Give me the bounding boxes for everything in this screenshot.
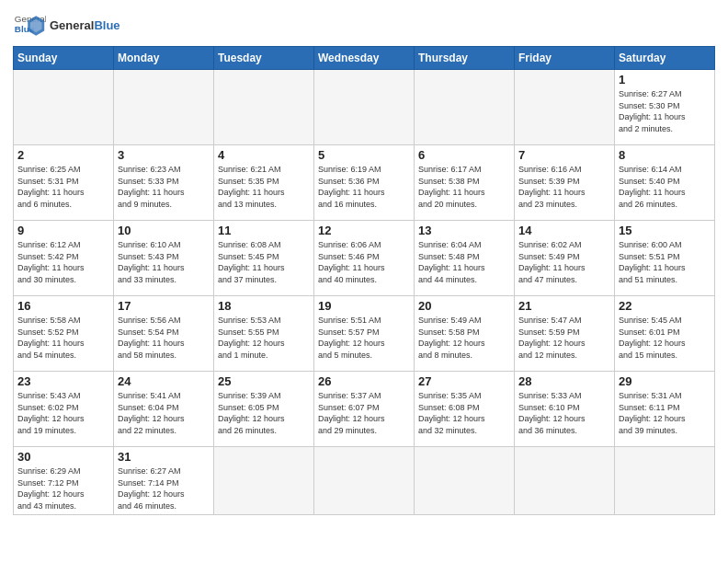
day-number: 8: [619, 148, 711, 162]
day-number: 13: [418, 224, 510, 237]
day-info: Sunrise: 5:51 AM Sunset: 5:57 PM Dayligh…: [318, 315, 410, 361]
calendar-cell: [415, 70, 515, 145]
calendar-cell: 11Sunrise: 6:08 AM Sunset: 5:45 PM Dayli…: [214, 221, 314, 296]
calendar-cell: 24Sunrise: 5:41 AM Sunset: 6:04 PM Dayli…: [114, 372, 214, 447]
day-info: Sunrise: 6:21 AM Sunset: 5:35 PM Dayligh…: [218, 164, 310, 210]
day-number: 25: [218, 374, 310, 388]
calendar-cell: 23Sunrise: 5:43 AM Sunset: 6:02 PM Dayli…: [14, 372, 114, 447]
day-number: 19: [318, 299, 410, 313]
weekday-header-row: Sunday Monday Tuesday Wednesday Thursday…: [14, 47, 715, 70]
day-info: Sunrise: 6:02 AM Sunset: 5:49 PM Dayligh…: [518, 239, 610, 285]
day-info: Sunrise: 6:27 AM Sunset: 7:14 PM Dayligh…: [118, 465, 210, 511]
header-friday: Friday: [515, 47, 615, 70]
calendar-cell: 25Sunrise: 5:39 AM Sunset: 6:05 PM Dayli…: [214, 372, 314, 447]
day-number: 16: [17, 299, 109, 313]
day-number: 10: [118, 224, 210, 237]
generalblue-logo-icon: General Blue: [13, 9, 46, 42]
day-number: 17: [118, 299, 210, 313]
day-info: Sunrise: 5:31 AM Sunset: 6:11 PM Dayligh…: [619, 390, 711, 436]
header-wednesday: Wednesday: [314, 47, 415, 70]
calendar-cell: [214, 70, 314, 145]
day-info: Sunrise: 5:33 AM Sunset: 6:10 PM Dayligh…: [518, 390, 610, 436]
day-number: 23: [17, 374, 109, 388]
calendar-cell: 7Sunrise: 6:16 AM Sunset: 5:39 PM Daylig…: [515, 145, 615, 221]
page: General Blue GeneralBlue Sunday Monday T…: [0, 0, 728, 563]
calendar-cell: 21Sunrise: 5:47 AM Sunset: 5:59 PM Dayli…: [515, 296, 615, 372]
day-number: 29: [619, 374, 711, 388]
calendar-cell: 6Sunrise: 6:17 AM Sunset: 5:38 PM Daylig…: [415, 145, 515, 221]
header-tuesday: Tuesday: [214, 47, 314, 70]
calendar-cell: 19Sunrise: 5:51 AM Sunset: 5:57 PM Dayli…: [314, 296, 415, 372]
calendar-cell: 30Sunrise: 6:29 AM Sunset: 7:12 PM Dayli…: [14, 447, 114, 515]
calendar-cell: 28Sunrise: 5:33 AM Sunset: 6:10 PM Dayli…: [515, 372, 615, 447]
day-info: Sunrise: 5:49 AM Sunset: 5:58 PM Dayligh…: [418, 315, 510, 361]
day-info: Sunrise: 6:00 AM Sunset: 5:51 PM Dayligh…: [619, 239, 711, 285]
calendar-cell: 14Sunrise: 6:02 AM Sunset: 5:49 PM Dayli…: [515, 221, 615, 296]
calendar-cell: [314, 447, 415, 515]
day-number: 5: [318, 148, 410, 162]
day-info: Sunrise: 5:35 AM Sunset: 6:08 PM Dayligh…: [418, 390, 510, 436]
day-info: Sunrise: 6:06 AM Sunset: 5:46 PM Dayligh…: [318, 239, 410, 285]
day-info: Sunrise: 6:08 AM Sunset: 5:45 PM Dayligh…: [218, 239, 310, 285]
header-thursday: Thursday: [415, 47, 515, 70]
day-number: 14: [518, 224, 610, 237]
calendar-cell: [415, 447, 515, 515]
day-info: Sunrise: 6:16 AM Sunset: 5:39 PM Dayligh…: [518, 164, 610, 210]
logo-general-text: GeneralBlue: [50, 18, 120, 33]
day-info: Sunrise: 5:43 AM Sunset: 6:02 PM Dayligh…: [17, 390, 109, 436]
day-info: Sunrise: 6:25 AM Sunset: 5:31 PM Dayligh…: [17, 164, 109, 210]
day-number: 11: [218, 224, 310, 237]
day-info: Sunrise: 5:47 AM Sunset: 5:59 PM Dayligh…: [518, 315, 610, 361]
calendar-cell: 5Sunrise: 6:19 AM Sunset: 5:36 PM Daylig…: [314, 145, 415, 221]
calendar-cell: [515, 70, 615, 145]
day-number: 2: [17, 148, 109, 162]
day-number: 12: [318, 224, 410, 237]
calendar-cell: 3Sunrise: 6:23 AM Sunset: 5:33 PM Daylig…: [114, 145, 214, 221]
day-info: Sunrise: 6:17 AM Sunset: 5:38 PM Dayligh…: [418, 164, 510, 210]
day-number: 26: [318, 374, 410, 388]
day-info: Sunrise: 6:14 AM Sunset: 5:40 PM Dayligh…: [619, 164, 711, 210]
calendar-cell: [14, 70, 114, 145]
day-info: Sunrise: 6:29 AM Sunset: 7:12 PM Dayligh…: [17, 465, 109, 511]
calendar-cell: 2Sunrise: 6:25 AM Sunset: 5:31 PM Daylig…: [14, 145, 114, 221]
calendar-cell: 17Sunrise: 5:56 AM Sunset: 5:54 PM Dayli…: [114, 296, 214, 372]
day-info: Sunrise: 6:12 AM Sunset: 5:42 PM Dayligh…: [17, 239, 109, 285]
day-info: Sunrise: 6:23 AM Sunset: 5:33 PM Dayligh…: [118, 164, 210, 210]
calendar-cell: 4Sunrise: 6:21 AM Sunset: 5:35 PM Daylig…: [214, 145, 314, 221]
calendar-cell: [314, 70, 415, 145]
calendar-cell: 26Sunrise: 5:37 AM Sunset: 6:07 PM Dayli…: [314, 372, 415, 447]
day-info: Sunrise: 6:04 AM Sunset: 5:48 PM Dayligh…: [418, 239, 510, 285]
day-info: Sunrise: 5:41 AM Sunset: 6:04 PM Dayligh…: [118, 390, 210, 436]
day-number: 15: [619, 224, 711, 237]
day-number: 9: [17, 224, 109, 237]
day-info: Sunrise: 5:45 AM Sunset: 6:01 PM Dayligh…: [619, 315, 711, 361]
calendar-cell: 18Sunrise: 5:53 AM Sunset: 5:55 PM Dayli…: [214, 296, 314, 372]
calendar-cell: 22Sunrise: 5:45 AM Sunset: 6:01 PM Dayli…: [615, 296, 715, 372]
day-number: 3: [118, 148, 210, 162]
day-info: Sunrise: 5:39 AM Sunset: 6:05 PM Dayligh…: [218, 390, 310, 436]
day-info: Sunrise: 6:10 AM Sunset: 5:43 PM Dayligh…: [118, 239, 210, 285]
day-number: 20: [418, 299, 510, 313]
header-sunday: Sunday: [14, 47, 114, 70]
day-info: Sunrise: 6:19 AM Sunset: 5:36 PM Dayligh…: [318, 164, 410, 210]
calendar-cell: 9Sunrise: 6:12 AM Sunset: 5:42 PM Daylig…: [14, 221, 114, 296]
day-number: 21: [518, 299, 610, 313]
day-info: Sunrise: 5:53 AM Sunset: 5:55 PM Dayligh…: [218, 315, 310, 361]
day-number: 18: [218, 299, 310, 313]
day-number: 1: [619, 73, 711, 86]
calendar-cell: 15Sunrise: 6:00 AM Sunset: 5:51 PM Dayli…: [615, 221, 715, 296]
day-number: 27: [418, 374, 510, 388]
day-info: Sunrise: 5:58 AM Sunset: 5:52 PM Dayligh…: [17, 315, 109, 361]
day-info: Sunrise: 5:37 AM Sunset: 6:07 PM Dayligh…: [318, 390, 410, 436]
day-number: 28: [518, 374, 610, 388]
day-number: 4: [218, 148, 310, 162]
calendar-cell: 1Sunrise: 6:27 AM Sunset: 5:30 PM Daylig…: [615, 70, 715, 145]
calendar-cell: 10Sunrise: 6:10 AM Sunset: 5:43 PM Dayli…: [114, 221, 214, 296]
header: General Blue GeneralBlue: [13, 9, 715, 42]
calendar-cell: [615, 447, 715, 515]
calendar-cell: 20Sunrise: 5:49 AM Sunset: 5:58 PM Dayli…: [415, 296, 515, 372]
day-number: 24: [118, 374, 210, 388]
day-number: 6: [418, 148, 510, 162]
calendar-cell: 29Sunrise: 5:31 AM Sunset: 6:11 PM Dayli…: [615, 372, 715, 447]
calendar-cell: 13Sunrise: 6:04 AM Sunset: 5:48 PM Dayli…: [415, 221, 515, 296]
